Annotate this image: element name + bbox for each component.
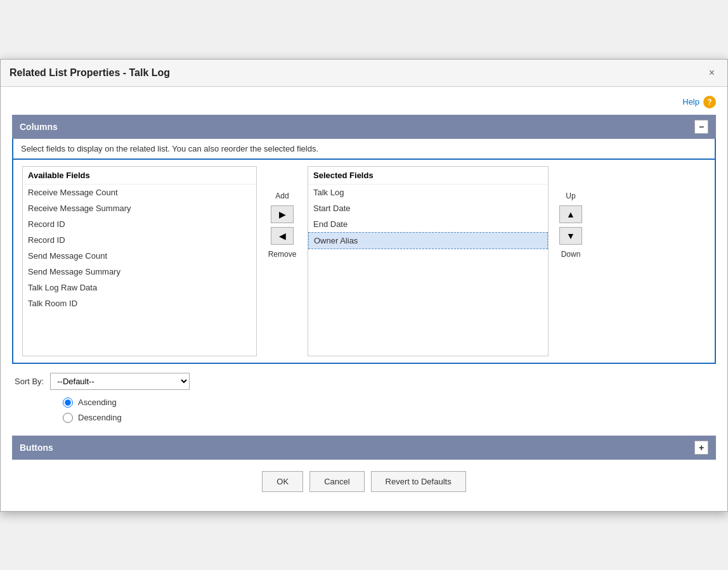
list-item[interactable]: Record ID [23,232,256,248]
help-icon[interactable]: ? [703,96,716,108]
down-label: Down [561,250,581,259]
buttons-section-header: Buttons + [12,436,716,460]
list-item[interactable]: Send Message Summary [23,264,256,280]
add-button[interactable]: ▶ [271,205,294,223]
cancel-button[interactable]: Cancel [309,471,364,492]
ascending-label[interactable]: Ascending [78,398,117,407]
selected-fields-box: Selected Fields Talk Log Start Date End … [308,166,549,356]
help-row: Help ? [12,96,716,108]
add-label: Add [275,191,289,200]
list-item[interactable]: Start Date [308,200,548,216]
descending-radio-row: Descending [63,413,713,423]
footer-buttons: OK Cancel Revert to Defaults [12,471,716,502]
columns-description: Select fields to display on the related … [12,139,716,160]
buttons-section: Buttons + [12,436,716,460]
columns-section-header: Columns − [12,115,716,139]
columns-section-title: Columns [20,122,58,132]
list-item[interactable]: Record ID [23,216,256,232]
ok-button[interactable]: OK [262,471,303,492]
buttons-section-title: Buttons [20,443,53,453]
selected-fields-header: Selected Fields [308,167,548,185]
list-item[interactable]: Talk Log Raw Data [23,280,256,295]
add-remove-col: Add ▶ ◀ Remove [257,166,308,259]
columns-toggle-button[interactable]: − [694,120,708,134]
dialog-body: Help ? Columns − Select fields to displa… [1,87,727,511]
sort-by-label: Sort By: [15,377,44,386]
down-button[interactable]: ▼ [559,227,582,245]
up-down-col: Up ▲ ▼ Down [549,166,593,259]
available-fields-header: Available Fields [23,167,256,185]
close-button[interactable]: × [705,66,718,80]
remove-button[interactable]: ◀ [271,227,294,245]
up-icon: ▲ [566,209,575,219]
dialog-container: Related List Properties - Talk Log × Hel… [0,59,728,512]
down-icon: ▼ [566,231,575,241]
list-item[interactable]: Talk Log [308,185,548,200]
list-item[interactable]: Talk Room ID [23,295,256,311]
list-item[interactable]: Receive Message Summary [23,200,256,216]
available-fields-box: Available Fields Receive Message Count R… [22,166,257,356]
ascending-radio[interactable] [63,398,73,408]
remove-label: Remove [268,250,297,259]
add-icon: ▶ [279,209,286,219]
sort-row: Sort By: --Default-- Talk Log Start Date… [12,373,716,390]
ascending-radio-row: Ascending [63,398,713,408]
help-link[interactable]: Help [682,97,699,107]
columns-content: Available Fields Receive Message Count R… [12,160,716,364]
up-label: Up [566,191,575,200]
list-item[interactable]: Owner Alias [308,232,548,249]
fields-container: Available Fields Receive Message Count R… [22,166,706,356]
descending-radio[interactable] [63,413,73,423]
dialog-title-bar: Related List Properties - Talk Log × [1,60,727,87]
list-item[interactable]: Receive Message Count [23,185,256,200]
list-item[interactable]: End Date [308,216,548,232]
list-item[interactable]: Send Message Count [23,248,256,264]
descending-label[interactable]: Descending [78,413,122,422]
buttons-toggle-button[interactable]: + [694,441,708,455]
remove-icon: ◀ [279,231,286,241]
sort-by-select[interactable]: --Default-- Talk Log Start Date End Date… [50,373,190,390]
revert-button[interactable]: Revert to Defaults [371,471,466,492]
up-button[interactable]: ▲ [559,205,582,223]
radio-group: Ascending Descending [12,398,716,423]
columns-section: Columns − Select fields to display on th… [12,115,716,364]
dialog-title: Related List Properties - Talk Log [10,67,170,79]
